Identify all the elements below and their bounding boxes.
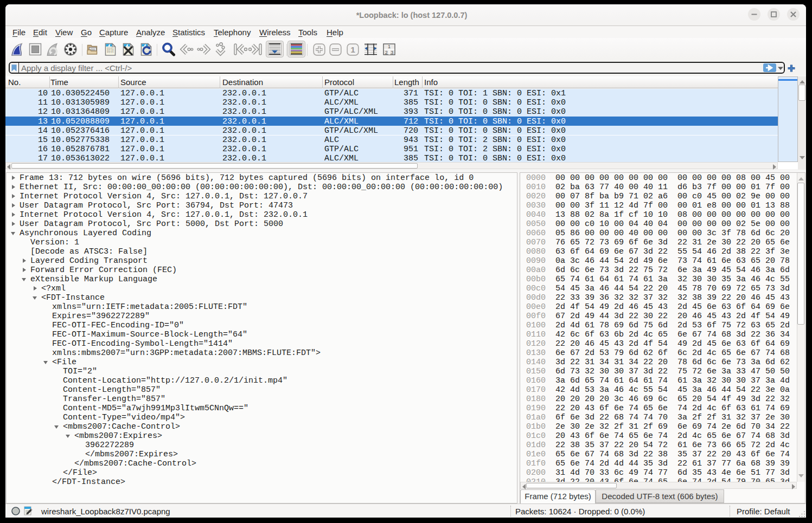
svg-text:2: 2 [385, 50, 388, 55]
svg-text:1: 1 [350, 45, 355, 54]
svg-text:0111: 0111 [107, 51, 114, 54]
svg-text:1: 1 [388, 44, 391, 49]
svg-text:3: 3 [391, 50, 393, 55]
